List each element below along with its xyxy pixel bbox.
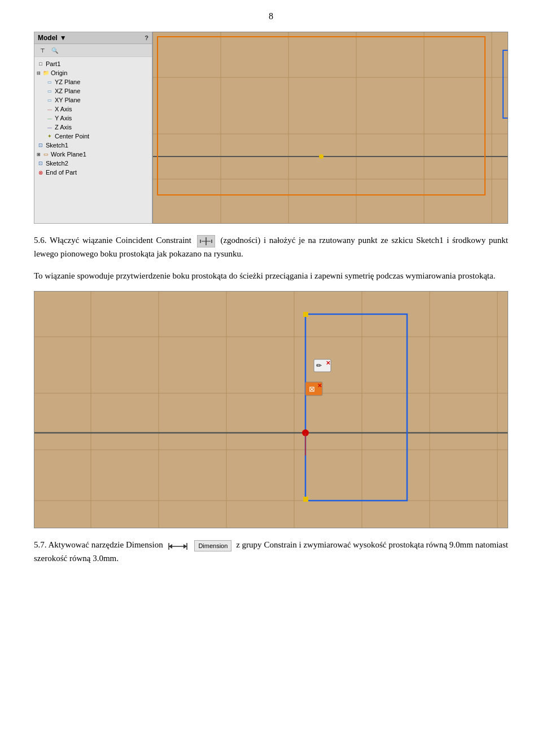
plane-icon-xz: ▭ xyxy=(46,87,54,95)
dimension-tool-label: Dimension xyxy=(194,540,231,552)
dimension-arrow-icon xyxy=(168,540,188,553)
svg-point-13 xyxy=(319,154,324,159)
tree-item-x-axis[interactable]: — X Axis xyxy=(34,105,152,114)
filter-icon[interactable]: ⊤ xyxy=(38,46,47,55)
text-section-2: To wiązanie spowoduje przytwierdzenie bo… xyxy=(34,270,508,283)
tree-label-part1: Part1 xyxy=(46,60,60,67)
tree-item-z-axis[interactable]: — Z Axis xyxy=(34,123,152,132)
model-tree-header: Model ▼ ? xyxy=(34,32,152,44)
paragraph-2: To wiązanie spowoduje przytwierdzenie bo… xyxy=(34,270,508,283)
svg-text:✕: ✕ xyxy=(326,360,330,366)
tree-label-sketch2: Sketch2 xyxy=(46,160,68,167)
tree-item-yz-plane[interactable]: ▭ YZ Plane xyxy=(34,77,152,86)
axis-icon-x: — xyxy=(46,105,54,113)
svg-text:⊠: ⊠ xyxy=(309,385,315,393)
svg-text:✏: ✏ xyxy=(316,362,322,370)
tree-label-center-point: Center Point xyxy=(55,133,89,140)
dropdown-icon[interactable]: ▼ xyxy=(60,34,67,42)
workplane-icon: ▭ xyxy=(42,150,50,158)
top-section: Model ▼ ? ⊤ 🔍 □ Part1 ⊟ xyxy=(34,32,508,224)
paragraph1-before: 5.6. Włączyć wiązanie Coincident Constra… xyxy=(34,236,191,245)
tree-item-part1[interactable]: □ Part1 xyxy=(34,59,152,68)
paragraph-3: 5.7. Aktywować narzędzie Dimension Dimen… xyxy=(34,538,508,564)
coincident-constraint-icon xyxy=(197,234,215,248)
tree-label-sketch1: Sketch1 xyxy=(46,142,68,149)
tree-item-xy-plane[interactable]: ▭ XY Plane xyxy=(34,95,152,105)
svg-marker-45 xyxy=(183,544,187,549)
tree-label-xy-plane: XY Plane xyxy=(55,97,81,103)
paragraph2-text: To wiązanie spowoduje przytwierdzenie bo… xyxy=(34,271,495,280)
svg-text:✕: ✕ xyxy=(317,383,322,389)
tree-item-origin[interactable]: ⊟ 📁 Origin xyxy=(34,68,152,77)
tree-label-end-of-part: End of Part xyxy=(46,169,77,176)
tree-label-xz-plane: XZ Plane xyxy=(55,88,80,94)
tree-label-y-axis: Y Axis xyxy=(55,115,72,121)
dimension-section: 5.7. Aktywować narzędzie Dimension Dimen… xyxy=(34,538,508,564)
model-tree-toolbar: ⊤ 🔍 xyxy=(34,44,152,57)
paragraph-1: 5.6. Włączyć wiązanie Coincident Constra… xyxy=(34,234,508,260)
tree-label-x-axis: X Axis xyxy=(55,106,72,112)
folder-icon: 📁 xyxy=(42,69,50,77)
model-label: Model xyxy=(38,34,58,42)
tree-label-origin: Origin xyxy=(51,69,67,76)
tree-label-z-axis: Z Axis xyxy=(55,124,72,131)
viewport1-svg xyxy=(153,32,508,223)
cad-viewport-1 xyxy=(152,32,508,224)
cad-viewport-2: ✏ ✕ ⊠ ✕ xyxy=(34,291,508,528)
viewport2-svg: ✏ ✕ ⊠ ✕ xyxy=(34,292,508,528)
paragraph3-before: 5.7. Aktywować narzędzie Dimension xyxy=(34,540,163,549)
model-tree: Model ▼ ? ⊤ 🔍 □ Part1 ⊟ xyxy=(34,32,152,224)
sketch-icon-1: ⊡ xyxy=(37,141,45,149)
tree-item-y-axis[interactable]: — Y Axis xyxy=(34,114,152,123)
search-icon[interactable]: 🔍 xyxy=(50,46,59,55)
page: 8 Model ▼ ? ⊤ 🔍 □ Part1 xyxy=(0,0,542,756)
plane-icon-xy: ▭ xyxy=(46,96,54,104)
axis-icon-z: — xyxy=(46,123,54,131)
page-number: 8 xyxy=(34,11,508,21)
model-tree-content: □ Part1 ⊟ 📁 Origin ▭ YZ Plane xyxy=(34,57,152,179)
svg-marker-44 xyxy=(169,544,172,549)
tree-item-sketch1[interactable]: ⊡ Sketch1 xyxy=(34,141,152,150)
point-icon: ✦ xyxy=(46,132,54,140)
text-section-1: 5.6. Włączyć wiązanie Coincident Constra… xyxy=(34,234,508,260)
sketch-icon-2: ⊡ xyxy=(37,159,45,167)
tree-label-yz-plane: YZ Plane xyxy=(55,79,80,85)
end-icon: ⊗ xyxy=(37,168,45,176)
tree-item-center-point[interactable]: ✦ Center Point xyxy=(34,132,152,141)
tree-item-sketch2[interactable]: ⊡ Sketch2 xyxy=(34,159,152,168)
help-icon[interactable]: ? xyxy=(145,34,148,41)
tree-item-workplane1[interactable]: ⊞ ▭ Work Plane1 xyxy=(34,150,152,159)
tree-item-end-of-part[interactable]: ⊗ End of Part xyxy=(34,168,152,177)
plane-icon-yz: ▭ xyxy=(46,78,54,86)
svg-rect-33 xyxy=(303,312,308,317)
axis-icon-y: — xyxy=(46,114,54,122)
svg-rect-34 xyxy=(303,497,308,502)
tree-label-workplane1: Work Plane1 xyxy=(51,151,86,158)
tree-item-xz-plane[interactable]: ▭ XZ Plane xyxy=(34,86,152,95)
svg-rect-19 xyxy=(34,292,508,528)
part-icon: □ xyxy=(37,60,45,68)
model-tree-title: Model ▼ xyxy=(38,34,67,42)
